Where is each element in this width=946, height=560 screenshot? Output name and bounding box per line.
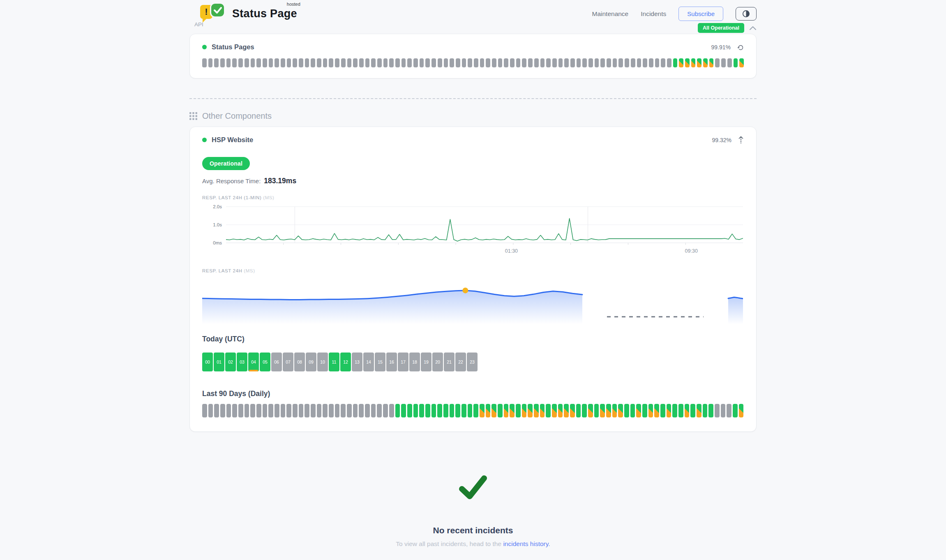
theme-toggle-button[interactable] xyxy=(736,7,757,21)
uptime-bar xyxy=(305,404,309,417)
avg-response-label: Avg. Response Time: xyxy=(202,177,261,184)
uptime-bar xyxy=(208,404,213,417)
hour-block-13: 13 xyxy=(352,353,362,371)
uptime-bar xyxy=(305,58,309,67)
uptime-bar xyxy=(287,58,291,67)
uptime-bar xyxy=(588,58,593,67)
hour-block-04: 04 xyxy=(248,353,259,371)
hour-block-11: 11 xyxy=(329,353,339,371)
uptime-bar xyxy=(431,58,436,67)
uptime-bar xyxy=(323,404,328,417)
uptime-bar xyxy=(238,58,243,67)
uptime-bar xyxy=(522,404,527,417)
uptime-bar xyxy=(564,404,569,417)
svg-text:0ms: 0ms xyxy=(213,240,222,245)
uptime-bar xyxy=(268,404,273,417)
refresh-icon[interactable] xyxy=(737,44,744,51)
uptime-bars xyxy=(202,58,744,67)
logo-exclamation-bubble: ! xyxy=(200,5,212,19)
dashed-divider xyxy=(189,98,757,99)
uptime-bar xyxy=(600,58,605,67)
uptime-bar xyxy=(498,404,503,417)
uptime-bar xyxy=(739,58,744,67)
status-badge: All Operational xyxy=(698,23,744,33)
uptime-bar xyxy=(630,404,635,417)
uptime-bar xyxy=(625,58,629,67)
response-time-area-chart xyxy=(202,276,744,324)
uptime-bar xyxy=(474,58,478,67)
uptime-bar xyxy=(570,58,575,67)
uptime-bar xyxy=(570,404,575,417)
uptime-bar xyxy=(631,58,635,67)
hour-block-02: 02 xyxy=(225,353,236,371)
uptime-bar xyxy=(528,58,533,67)
uptime-bar xyxy=(504,58,508,67)
uptime-bar xyxy=(450,58,454,67)
uptime-bar xyxy=(673,58,678,67)
uptime-bar xyxy=(709,58,714,67)
today-heading: Today (UTC) xyxy=(202,335,744,343)
uptime-bar xyxy=(329,58,333,67)
svg-text:2.0s: 2.0s xyxy=(213,204,222,209)
uptime-bar xyxy=(323,58,328,67)
uptime-bar xyxy=(329,404,334,417)
hsp-website-card: HSP Website 99.32% Operational Avg. Resp… xyxy=(189,127,757,432)
uptime-bar xyxy=(286,404,291,417)
operational-badge: Operational xyxy=(202,157,250,170)
nav-maintenance[interactable]: Maintenance xyxy=(592,10,628,18)
uptime-bar xyxy=(401,58,406,67)
component-status-dot xyxy=(202,45,207,49)
uptime-bar xyxy=(281,58,285,67)
uptime-bar xyxy=(281,404,286,417)
uptime-bar xyxy=(419,404,424,417)
chevron-up-icon[interactable] xyxy=(749,26,757,30)
hour-block-03: 03 xyxy=(237,353,247,371)
uptime-bar xyxy=(648,404,653,417)
hour-block-06: 06 xyxy=(271,353,282,371)
uptime-bar xyxy=(708,404,713,417)
uptime-bar xyxy=(437,404,442,417)
uptime-bar xyxy=(389,58,394,67)
uptime-bar xyxy=(377,58,382,67)
uptime-bar xyxy=(697,58,701,67)
uptime-bar xyxy=(480,58,485,67)
uptime-bar xyxy=(311,58,315,67)
uptime-bar xyxy=(607,58,611,67)
hour-block-20: 20 xyxy=(432,353,443,371)
degraded-marker xyxy=(249,370,258,371)
uptime-bar xyxy=(703,404,708,417)
uptime-bar xyxy=(727,404,731,417)
subscribe-button[interactable]: Subscribe xyxy=(678,7,723,21)
uptime-bar xyxy=(455,404,460,417)
hour-block-14: 14 xyxy=(363,353,374,371)
uptime-bar xyxy=(594,404,599,417)
uptime-bar xyxy=(582,58,587,67)
uptime-bar xyxy=(425,404,430,417)
incidents-history-link[interactable]: incidents history. xyxy=(503,540,550,547)
hour-block-21: 21 xyxy=(444,353,455,371)
collapse-arrow-up-icon[interactable] xyxy=(738,136,744,144)
grid-icon xyxy=(189,112,197,120)
uptime-bar xyxy=(353,404,358,417)
uptime-bar xyxy=(389,404,394,417)
uptime-bar xyxy=(341,404,346,417)
uptime-bar xyxy=(245,58,249,67)
uptime-bar xyxy=(643,58,647,67)
uptime-bar xyxy=(528,404,533,417)
hour-block-19: 19 xyxy=(421,353,431,371)
uptime-bar xyxy=(407,404,412,417)
uptime-bar xyxy=(263,58,267,67)
nav-incidents[interactable]: Incidents xyxy=(641,10,666,18)
uptime-bar xyxy=(486,404,491,417)
uptime-bar xyxy=(734,58,738,67)
uptime-bar xyxy=(697,404,701,417)
uptime-bar xyxy=(534,58,539,67)
uptime-bar xyxy=(299,404,304,417)
svg-text:1.0s: 1.0s xyxy=(213,222,222,227)
uptime-bar xyxy=(558,404,563,417)
uptime-bar xyxy=(468,58,472,67)
uptime-bar xyxy=(703,58,708,67)
uptime-bar xyxy=(347,404,352,417)
uptime-bar xyxy=(516,58,521,67)
uptime-bar xyxy=(425,58,430,67)
